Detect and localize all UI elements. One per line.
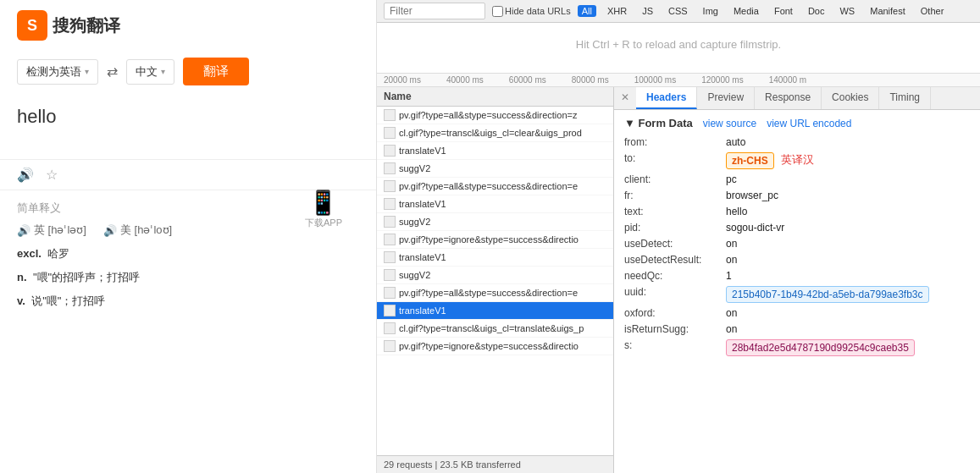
hide-data-urls-checkbox[interactable] — [492, 6, 503, 17]
tab-preview[interactable]: Preview — [697, 87, 755, 109]
target-lang-label: 中文 — [136, 64, 158, 80]
tab-cookies[interactable]: Cookies — [822, 87, 879, 109]
pron-us-speaker[interactable]: 🔊 — [103, 224, 117, 237]
form-value: zh-CHS — [726, 152, 774, 169]
translate-button[interactable]: 翻译 — [183, 58, 249, 85]
filter-xhr[interactable]: XHR — [603, 5, 631, 17]
form-row: fr:browser_pc — [624, 190, 970, 201]
timeline-40000: 40000 ms — [446, 75, 484, 85]
form-value: auto — [726, 136, 745, 148]
filter-ws[interactable]: WS — [835, 5, 859, 17]
filter-img[interactable]: Img — [699, 5, 723, 17]
request-item[interactable]: pv.gif?type=all&stype=success&direction=… — [377, 284, 613, 302]
request-item[interactable]: suggV2 — [377, 267, 613, 284]
timeline-row: 20000 ms 40000 ms 60000 ms 80000 ms 1000… — [377, 74, 980, 87]
request-item[interactable]: translateV1 — [377, 142, 613, 160]
form-row: needQc:1 — [624, 270, 970, 282]
request-item[interactable]: pv.gif?type=all&stype=success&direction=… — [377, 178, 613, 195]
form-key: s: — [624, 339, 726, 351]
filter-js[interactable]: JS — [638, 5, 657, 17]
swap-button[interactable]: ⇄ — [107, 63, 118, 80]
request-item[interactable]: translateV1 — [377, 249, 613, 267]
form-value: on — [726, 238, 737, 250]
app-download[interactable]: 📱 下载APP — [305, 189, 342, 229]
request-item[interactable]: translateV1 — [377, 302, 613, 320]
source-lang-label: 检测为英语 — [26, 64, 81, 80]
view-url-encoded-link[interactable]: view URL encoded — [767, 118, 851, 129]
tab-headers[interactable]: Headers — [636, 87, 697, 109]
form-value: hello — [726, 206, 747, 217]
main-split: Name pv.gif?type=all&stype=success&direc… — [377, 87, 980, 473]
requests-items[interactable]: pv.gif?type=all&stype=success&direction=… — [377, 107, 613, 455]
timeline-140000: 140000 m — [769, 75, 806, 85]
filter-doc[interactable]: Doc — [804, 5, 829, 17]
request-name: pv.gif?type=all&stype=success&direction=… — [399, 110, 577, 120]
form-value: on — [726, 323, 737, 335]
form-row: useDetectResult:on — [624, 254, 970, 266]
translate-panel: S 搜狗翻译 检测为英语 ▾ ⇄ 中文 ▾ 翻译 hello 🔊 ☆ 简单释义 … — [0, 0, 377, 473]
favicon-icon — [384, 287, 396, 299]
detail-content: ▼ Form Data view source view URL encoded… — [614, 110, 980, 473]
filter-css[interactable]: CSS — [664, 5, 692, 17]
form-value: on — [726, 307, 737, 319]
def-v: 说"喂"；打招呼 — [31, 294, 105, 307]
request-name: suggV2 — [399, 217, 430, 227]
star-icon[interactable]: ☆ — [46, 167, 58, 183]
timeline-60000: 60000 ms — [509, 75, 546, 85]
def-excl: 哈罗 — [47, 247, 69, 260]
tab-response[interactable]: Response — [755, 87, 822, 109]
view-source-link[interactable]: view source — [703, 118, 756, 129]
filter-input[interactable] — [384, 3, 485, 19]
def-n: "喂"的招呼声；打招呼 — [33, 271, 140, 283]
request-item[interactable]: suggV2 — [377, 213, 613, 231]
request-name: pv.gif?type=ignore&stype=success&directi… — [399, 234, 579, 245]
timeline-120000: 120000 ms — [701, 75, 743, 85]
form-key: useDetect: — [624, 238, 726, 250]
form-key: uuid: — [624, 286, 726, 298]
form-row: to:zh-CHS英译汉 — [624, 152, 970, 169]
request-item[interactable]: translateV1 — [377, 195, 613, 213]
request-item[interactable]: suggV2 — [377, 160, 613, 178]
filter-all[interactable]: All — [578, 5, 596, 17]
form-key: text: — [624, 206, 726, 217]
request-item[interactable]: cl.gif?type=transcl&uigs_cl=translate&ui… — [377, 320, 613, 338]
favicon-icon — [384, 109, 396, 121]
requests-footer: 29 requests | 23.5 KB transferred — [377, 455, 613, 473]
hide-data-urls-cb[interactable]: Hide data URLs — [492, 6, 571, 17]
filter-other[interactable]: Other — [916, 5, 949, 17]
request-item[interactable]: pv.gif?type=ignore&stype=success&directi… — [377, 338, 613, 355]
form-value: 28b4fad2e5d4787190d99254c9caeb35 — [726, 339, 915, 356]
filter-font[interactable]: Font — [770, 5, 797, 17]
timeline-20000: 20000 ms — [384, 75, 421, 85]
pron-en-speaker[interactable]: 🔊 — [17, 224, 30, 237]
target-lang-select[interactable]: 中文 ▾ — [126, 59, 174, 85]
request-name: translateV1 — [399, 252, 446, 262]
form-row: client:pc — [624, 173, 970, 185]
source-lang-select[interactable]: 检测为英语 ▾ — [17, 59, 98, 85]
form-value: sogou-dict-vr — [726, 222, 784, 234]
tab-timing[interactable]: Timing — [879, 87, 931, 109]
form-value: 1 — [726, 270, 732, 282]
request-item[interactable]: cl.gif?type=transcl&uigs_cl=clear&uigs_p… — [377, 124, 613, 142]
request-item[interactable]: pv.gif?type=ignore&stype=success&directi… — [377, 231, 613, 249]
form-key: client: — [624, 173, 726, 185]
form-key: fr: — [624, 190, 726, 201]
close-x[interactable]: ✕ — [614, 87, 636, 109]
filter-media[interactable]: Media — [729, 5, 763, 17]
favicon-icon — [384, 127, 396, 139]
request-item[interactable]: pv.gif?type=all&stype=success&direction=… — [377, 107, 613, 124]
pos-block-n: n. "喂"的招呼声；打招呼 — [17, 270, 172, 285]
pron-us: 🔊 美 [həˈloʊ] — [103, 223, 172, 238]
speaker-icon[interactable]: 🔊 — [17, 167, 34, 183]
form-row: isReturnSugg:on — [624, 323, 970, 335]
form-key: useDetectResult: — [624, 254, 726, 266]
favicon-icon — [384, 216, 396, 228]
form-value: on — [726, 254, 737, 266]
filter-manifest[interactable]: Manifest — [866, 5, 910, 17]
favicon-icon — [384, 269, 396, 281]
favicon-icon — [384, 322, 396, 334]
detail-tabs: ✕ Headers Preview Response Cookies Timin… — [614, 87, 980, 110]
favicon-icon — [384, 145, 396, 157]
filmstrip-message: Hit Ctrl + R to reload and capture films… — [576, 38, 781, 51]
pos-v: v. — [17, 294, 25, 307]
